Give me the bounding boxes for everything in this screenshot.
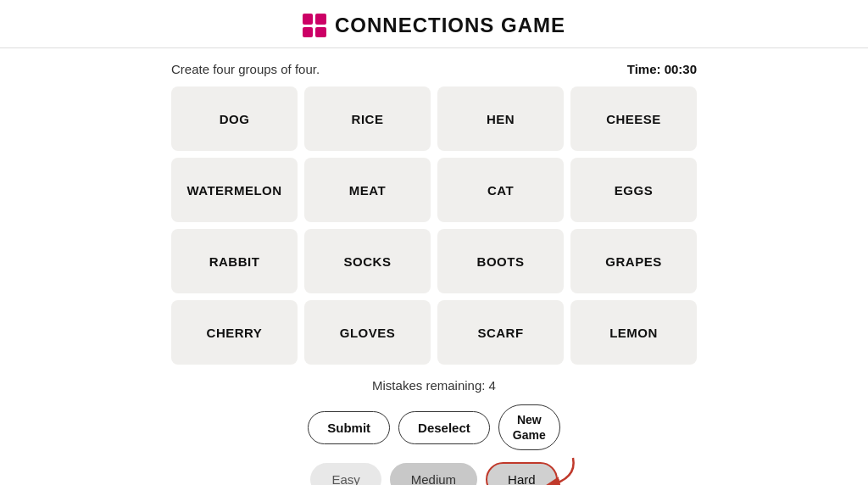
submit-button[interactable]: Submit bbox=[308, 411, 390, 444]
easy-button[interactable]: Easy bbox=[310, 463, 381, 485]
word-card[interactable]: SCARF bbox=[437, 300, 564, 365]
word-card[interactable]: MEAT bbox=[304, 158, 431, 222]
action-buttons: Submit Deselect New Game bbox=[308, 404, 559, 450]
app-title: CONNECTIONS GAME bbox=[335, 14, 565, 37]
word-card[interactable]: CHERRY bbox=[171, 300, 298, 365]
word-card[interactable]: GRAPES bbox=[570, 229, 697, 293]
mistakes-remaining: Mistakes remaining: 4 bbox=[372, 378, 496, 393]
word-card[interactable]: HEN bbox=[437, 86, 564, 151]
instructions-text: Create four groups of four. bbox=[171, 62, 320, 76]
game-area: Create four groups of four. Time: 00:30 … bbox=[171, 62, 697, 485]
word-card[interactable]: CHEESE bbox=[570, 86, 697, 151]
hard-button[interactable]: Hard bbox=[486, 462, 558, 485]
word-card[interactable]: CAT bbox=[437, 158, 564, 222]
word-card[interactable]: GLOVES bbox=[304, 300, 431, 365]
word-card[interactable]: WATERMELON bbox=[171, 158, 298, 222]
top-bar: Create four groups of four. Time: 00:30 bbox=[171, 62, 697, 76]
deselect-button[interactable]: Deselect bbox=[398, 411, 490, 444]
word-card[interactable]: DOG bbox=[171, 86, 298, 151]
word-card[interactable]: RICE bbox=[304, 86, 431, 151]
word-card[interactable]: LEMON bbox=[570, 300, 697, 365]
word-card[interactable]: BOOTS bbox=[437, 229, 564, 293]
word-card[interactable]: RABBIT bbox=[171, 229, 298, 293]
connections-icon bbox=[303, 14, 326, 37]
timer-display: Time: 00:30 bbox=[627, 62, 697, 76]
medium-button[interactable]: Medium bbox=[390, 463, 477, 485]
new-game-button[interactable]: New Game bbox=[498, 404, 560, 450]
difficulty-buttons: Easy Medium Hard bbox=[310, 462, 557, 485]
header: CONNECTIONS GAME bbox=[0, 0, 868, 48]
word-card[interactable]: EGGS bbox=[570, 158, 697, 222]
word-card[interactable]: SOCKS bbox=[304, 229, 431, 293]
word-grid: DOGRICEHENCHEESEWATERMELONMEATCATEGGSRAB… bbox=[171, 86, 697, 365]
